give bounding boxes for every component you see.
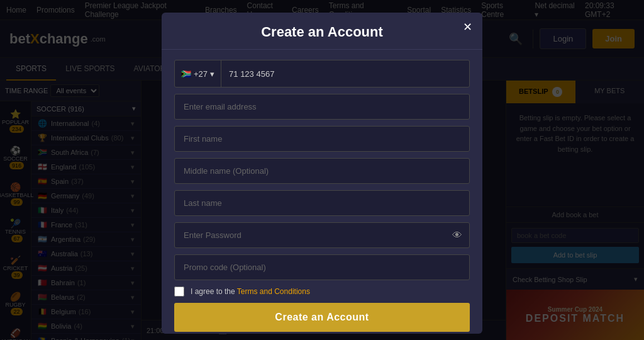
create-account-modal: Create an Account ✕ 🇿🇦 +27 ▾ <box>162 13 482 334</box>
phone-row: 🇿🇦 +27 ▾ <box>174 60 470 88</box>
terms-checkbox-row: I agree to the Terms and Conditions <box>174 286 470 297</box>
terms-link[interactable]: Terms and Conditions <box>237 287 310 296</box>
modal-title: Create an Account <box>174 24 470 40</box>
terms-checkbox[interactable] <box>174 286 184 297</box>
password-input[interactable] <box>174 222 470 248</box>
email-input[interactable] <box>174 94 470 120</box>
modal-close-button[interactable]: ✕ <box>463 21 472 33</box>
promo-code-input[interactable] <box>174 254 470 280</box>
terms-label: I agree to the Terms and Conditions <box>191 287 310 296</box>
create-account-button[interactable]: Create an Account <box>174 303 470 332</box>
modal-header: Create an Account ✕ <box>162 13 482 50</box>
phone-flag: 🇿🇦 <box>181 69 191 79</box>
password-row: 👁 <box>174 222 470 248</box>
phone-code: +27 <box>194 69 208 79</box>
chevron-down-icon: ▾ <box>210 69 214 79</box>
modal-overlay: Create an Account ✕ 🇿🇦 +27 ▾ <box>0 0 644 340</box>
phone-country-selector[interactable]: 🇿🇦 +27 ▾ <box>175 60 221 87</box>
toggle-password-button[interactable]: 👁 <box>452 230 462 241</box>
middle-name-input[interactable] <box>174 158 470 184</box>
last-name-input[interactable] <box>174 190 470 216</box>
phone-input[interactable] <box>221 63 469 85</box>
first-name-input[interactable] <box>174 126 470 152</box>
modal-body: 🇿🇦 +27 ▾ 👁 <box>162 50 482 334</box>
